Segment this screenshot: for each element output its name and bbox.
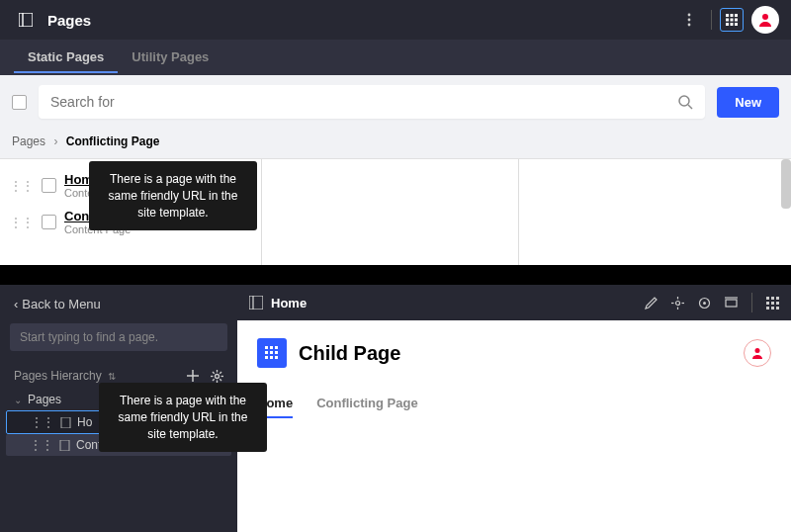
tooltip: There is a page with the same friendly U…: [99, 383, 267, 452]
child-page-title: Child Page: [299, 342, 400, 365]
drag-icon[interactable]: ⋮⋮: [30, 438, 53, 452]
svg-rect-34: [60, 440, 69, 451]
select-all-checkbox[interactable]: [12, 95, 27, 110]
svg-line-32: [220, 372, 221, 374]
svg-rect-8: [726, 19, 729, 22]
tab-static-pages[interactable]: Static Pages: [14, 40, 118, 73]
svg-point-40: [676, 301, 680, 305]
svg-rect-57: [776, 307, 779, 310]
main-tabs: Home Conflicting Page: [257, 396, 771, 418]
page-icon: [60, 417, 71, 428]
sidebar: ‹ Back to Menu Start typing to find a pa…: [0, 285, 237, 532]
tabs: Static Pages Utility Pages: [0, 40, 791, 75]
svg-point-24: [216, 374, 220, 378]
add-icon[interactable]: [187, 370, 199, 383]
page-type-icon: [257, 338, 287, 368]
svg-rect-63: [275, 351, 278, 354]
svg-point-15: [679, 96, 689, 106]
avatar[interactable]: [744, 339, 771, 367]
tab-utility-pages[interactable]: Utility Pages: [118, 40, 222, 73]
back-button[interactable]: ‹ Back to Menu: [0, 285, 237, 323]
gear-icon[interactable]: [671, 297, 684, 310]
scrollbar[interactable]: [781, 159, 791, 209]
divider: [0, 265, 791, 285]
chevron-up-down-icon[interactable]: ⇅: [108, 371, 116, 382]
svg-rect-59: [270, 346, 273, 349]
svg-rect-0: [19, 13, 33, 27]
svg-point-67: [755, 348, 760, 353]
svg-rect-53: [771, 302, 774, 305]
svg-rect-47: [726, 300, 737, 307]
svg-rect-13: [735, 23, 738, 26]
chevron-down-icon[interactable]: ⌄: [14, 395, 22, 405]
gear-icon[interactable]: [211, 370, 223, 383]
svg-point-14: [762, 14, 768, 20]
svg-rect-54: [776, 302, 779, 305]
svg-point-46: [703, 302, 706, 305]
drag-icon[interactable]: ⋮⋮: [10, 179, 34, 193]
svg-rect-7: [735, 14, 738, 17]
chevron-left-icon: ‹: [14, 297, 18, 311]
separator: [711, 10, 712, 30]
svg-rect-64: [265, 356, 268, 359]
svg-rect-65: [270, 356, 273, 359]
svg-rect-50: [771, 297, 774, 300]
row-checkbox[interactable]: [42, 178, 56, 193]
svg-rect-49: [766, 297, 769, 300]
tree-label: Ho: [77, 415, 92, 429]
sidebar-toggle-icon[interactable]: [249, 296, 263, 310]
sidebar-toggle-icon[interactable]: [12, 6, 40, 34]
page-list: ⋮⋮ Home Content Page ⋮⋮ Conflicting Pa..…: [0, 159, 791, 265]
svg-line-31: [213, 379, 215, 381]
more-icon[interactable]: [675, 6, 703, 34]
apps-icon[interactable]: [720, 8, 744, 32]
svg-line-30: [220, 379, 221, 381]
apps-icon[interactable]: [766, 297, 779, 310]
svg-point-4: [688, 24, 691, 27]
svg-line-16: [688, 105, 692, 109]
drag-icon[interactable]: ⋮⋮: [10, 216, 34, 229]
toolbar: New: [0, 75, 791, 129]
svg-rect-52: [766, 302, 769, 305]
edit-icon[interactable]: [645, 297, 658, 310]
svg-rect-62: [270, 351, 273, 354]
svg-rect-55: [766, 307, 769, 310]
svg-rect-10: [735, 19, 738, 22]
hierarchy-label: Pages Hierarchy: [14, 369, 102, 383]
svg-rect-11: [726, 23, 729, 26]
find-input[interactable]: Start typing to find a page.: [10, 323, 227, 351]
chevron-right-icon: ›: [53, 134, 57, 148]
svg-rect-33: [61, 417, 70, 428]
breadcrumb: Pages › Conflicting Page: [0, 129, 791, 159]
app-header: Pages: [0, 0, 791, 40]
svg-rect-56: [771, 307, 774, 310]
page-icon: [59, 440, 70, 451]
svg-rect-12: [731, 23, 734, 26]
main-title: Home: [271, 296, 307, 310]
svg-rect-58: [265, 346, 268, 349]
breadcrumb-root[interactable]: Pages: [12, 134, 45, 148]
drag-icon[interactable]: ⋮⋮: [31, 415, 54, 429]
svg-rect-6: [731, 14, 734, 17]
svg-line-29: [213, 372, 215, 374]
breadcrumb-current: Conflicting Page: [66, 134, 160, 148]
svg-rect-9: [731, 19, 734, 22]
avatar[interactable]: [751, 6, 779, 34]
new-button[interactable]: New: [717, 87, 779, 118]
row-checkbox[interactable]: [42, 215, 56, 229]
preview-icon[interactable]: [725, 297, 738, 310]
simulation-icon[interactable]: [698, 297, 711, 310]
svg-point-2: [688, 14, 691, 17]
svg-rect-60: [275, 346, 278, 349]
svg-rect-66: [275, 356, 278, 359]
main-header: Home: [237, 285, 791, 320]
tab-conflicting-page[interactable]: Conflicting Page: [316, 396, 418, 418]
separator: [751, 293, 752, 312]
search-icon: [677, 94, 693, 110]
svg-rect-5: [726, 14, 729, 17]
tooltip: There is a page with the same friendly U…: [89, 161, 257, 230]
search-field[interactable]: [39, 85, 705, 119]
tree-label: Pages: [28, 393, 61, 406]
search-input[interactable]: [50, 94, 677, 110]
svg-rect-61: [265, 351, 268, 354]
